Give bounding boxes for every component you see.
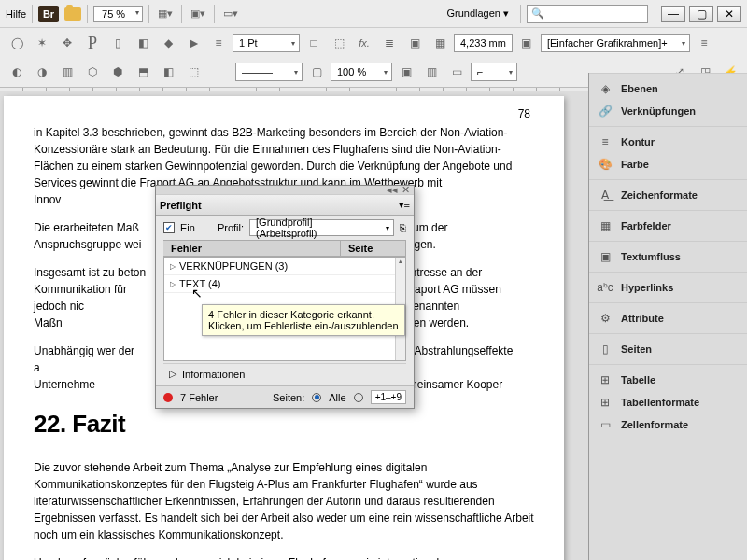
screen-mode-icon[interactable]: ▣▾ — [188, 4, 208, 24]
disclosure-icon[interactable]: ▷ — [170, 280, 176, 288]
bridge-icon[interactable]: Br — [38, 6, 59, 22]
search-input[interactable]: 🔍 — [527, 5, 648, 23]
pages-range-radio[interactable] — [354, 393, 363, 402]
panel-icon: 🔗 — [597, 104, 613, 119]
tool-icon[interactable]: ▥ — [56, 61, 78, 83]
body-paragraph: Um darauf zurückzuführen, dass es sich b… — [34, 554, 534, 560]
divider — [148, 5, 149, 23]
folder-icon[interactable] — [64, 7, 81, 21]
panel-label: Tabelle — [621, 374, 655, 385]
panel-farbfelder[interactable]: ▦Farbfelder — [589, 215, 747, 237]
embed-profile-icon[interactable]: ⎘ — [400, 222, 406, 233]
minimize-button[interactable]: — — [661, 6, 685, 22]
view-options-icon[interactable]: ▦▾ — [155, 4, 176, 24]
panel-menu-icon[interactable]: ▾≡ — [399, 199, 410, 211]
tooltip: 4 Fehler in dieser Kategorie erkannt. Kl… — [202, 304, 405, 336]
panel-label: Farbfelder — [621, 220, 671, 231]
disclosure-icon[interactable]: ▷ — [169, 368, 176, 380]
crop-icon[interactable]: ▦ — [429, 32, 451, 54]
tool-icon[interactable]: ▭ — [445, 61, 468, 83]
width-field[interactable]: 4,233 mm — [454, 34, 513, 52]
tool-icon[interactable]: ⬒ — [132, 61, 154, 83]
corner-icon[interactable]: ▣ — [515, 32, 538, 54]
workspace-switcher[interactable]: Grundlagen ▾ — [446, 7, 509, 20]
col-errors: Fehler — [163, 241, 341, 256]
panel-kontur[interactable]: ≡Kontur — [589, 131, 747, 153]
panel-label: Farbe — [621, 159, 649, 170]
info-section[interactable]: ▷Informationen — [163, 363, 406, 384]
tool-icon[interactable]: ⬚ — [182, 61, 204, 83]
tool-icon[interactable]: ◐ — [6, 61, 28, 83]
line-style[interactable]: ——— — [235, 63, 303, 81]
panel-farbe[interactable]: 🎨Farbe — [589, 153, 747, 175]
tool-icon[interactable]: ◆ — [157, 32, 179, 54]
pages-range-field[interactable]: +1–+9 — [371, 390, 406, 404]
opacity-field[interactable]: 100 % — [331, 63, 392, 81]
tool-icon[interactable]: ✥ — [56, 32, 78, 54]
panel-label: Seiten — [621, 343, 652, 355]
zoom-level[interactable]: 75 % — [93, 6, 143, 22]
panel-tabellenformate[interactable]: ⊞Tabellenformate — [589, 391, 747, 413]
panel-group: ⚙Attribute — [589, 302, 747, 333]
align-icon[interactable]: ≣ — [378, 32, 401, 54]
collapse-icon[interactable]: ◂◂ — [387, 184, 398, 196]
wrap-icon[interactable]: ▣ — [403, 32, 426, 54]
panel-label: Attribute — [621, 313, 664, 324]
arrow-icon[interactable]: ▶ — [182, 32, 204, 54]
preflight-panel[interactable]: ◂◂✕ Preflight ▾≡ ✔ Ein Profil: [Grundpro… — [155, 185, 415, 409]
divider — [214, 5, 215, 23]
heading-fazit: 22. Fazit — [34, 410, 534, 439]
menu-icon[interactable]: ≡ — [693, 32, 715, 54]
divider — [87, 5, 88, 23]
panel-label: Kontur — [621, 136, 655, 147]
tool-icon[interactable]: ◧ — [132, 32, 154, 54]
panel-verknüpfungen[interactable]: 🔗Verknüpfungen — [589, 100, 747, 122]
panel-ebenen[interactable]: ◈Ebenen — [589, 77, 747, 100]
tool-icon[interactable]: ⬢ — [106, 61, 129, 83]
tool-icon[interactable]: ⬚ — [328, 32, 350, 54]
profile-select[interactable]: [Grundprofil] (Arbeitsprofil) — [249, 219, 394, 236]
tool-icon[interactable]: ◑ — [31, 61, 53, 83]
disclosure-icon[interactable]: ▷ — [170, 262, 176, 271]
panel-icon: ◈ — [597, 81, 613, 96]
tool-icon[interactable]: ▥ — [420, 61, 443, 83]
tool-icon[interactable]: ◧ — [157, 61, 179, 83]
preflight-enabled-checkbox[interactable]: ✔ — [163, 222, 175, 233]
stroke-weight[interactable]: 1 Pt — [233, 34, 300, 52]
panel-hyperlinks[interactable]: aᵇcHyperlinks — [589, 276, 747, 299]
pages-label: Seiten: — [273, 392, 304, 403]
error-category-links[interactable]: ▷VERKNÜPFUNGEN (3) — [164, 258, 405, 275]
close-icon[interactable]: ✕ — [402, 184, 410, 196]
tool-icon[interactable]: ⬡ — [81, 61, 104, 83]
stroke-icon[interactable]: ≡ — [207, 32, 230, 54]
panel-titlebar[interactable]: Preflight ▾≡ — [156, 195, 414, 216]
corner-shape[interactable]: ⌐ — [471, 63, 517, 81]
panel-icon: ⊞ — [597, 372, 613, 387]
help-link[interactable]: Hilfe — [6, 8, 26, 20]
arrange-icon[interactable]: ▭▾ — [220, 4, 241, 24]
panel-seiten[interactable]: ▯Seiten — [589, 338, 747, 360]
close-button[interactable]: ✕ — [717, 6, 741, 22]
panel-zeichenformate[interactable]: A͟Zeichenformate — [589, 184, 747, 206]
panel-zellenformate[interactable]: ▭Zellenformate — [589, 413, 747, 436]
panel-icon: ▦ — [597, 218, 613, 233]
tool-icon[interactable]: □ — [303, 32, 325, 54]
tool-icon[interactable]: ▯ — [106, 32, 129, 54]
tool-icon[interactable]: ◯ — [6, 32, 28, 54]
error-category-text[interactable]: ▷TEXT (4) — [164, 275, 405, 293]
panel-tabelle[interactable]: ⊞Tabelle — [589, 369, 747, 391]
panel-textumfluss[interactable]: ▣Textumfluss — [589, 245, 747, 268]
panel-icon: A͟ — [597, 188, 613, 203]
maximize-button[interactable]: ▢ — [689, 6, 713, 22]
panel-attribute[interactable]: ⚙Attribute — [589, 307, 747, 329]
fx-icon[interactable]: fx. — [353, 32, 375, 54]
pages-all-radio[interactable] — [312, 393, 321, 402]
app-topbar: Hilfe Br 75 % ▦▾ ▣▾ ▭▾ Grundlagen ▾ 🔍 — … — [0, 0, 747, 28]
object-style[interactable]: [Einfacher Grafikrahmen]+ — [541, 34, 690, 52]
tool-icon[interactable]: ▢ — [305, 61, 328, 83]
tool-icon[interactable]: ✶ — [31, 32, 53, 54]
checkbox-label: Ein — [180, 222, 195, 233]
type-tool-icon[interactable]: P — [81, 32, 104, 54]
panel-icon: ⊞ — [597, 395, 613, 410]
tool-icon[interactable]: ▣ — [395, 61, 417, 83]
